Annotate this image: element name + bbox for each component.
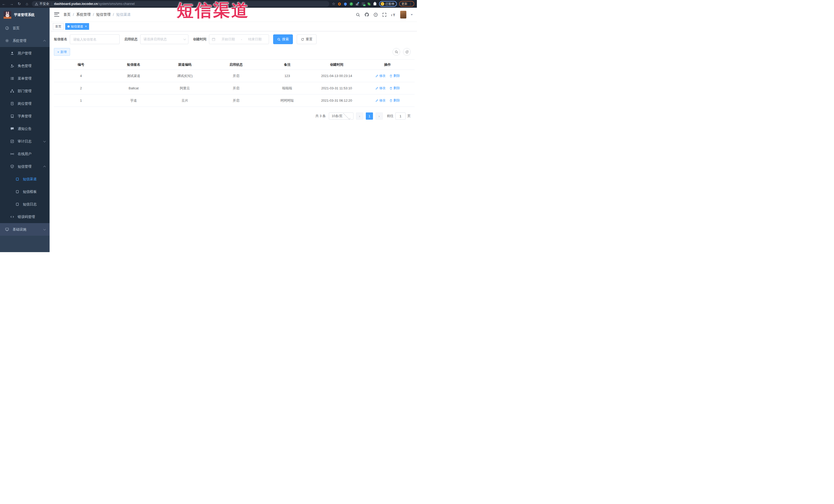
- profile-sync-paused-badge[interactable]: 已暂停: [379, 1, 397, 7]
- sidebar-item-system-mgmt[interactable]: 系统管理: [0, 35, 49, 47]
- sidebar-item-sms-log[interactable]: 短信日志: [0, 198, 49, 211]
- status-filter-select[interactable]: 请选择启用状态: [140, 35, 189, 44]
- delete-link[interactable]: 删除: [389, 98, 400, 103]
- search-button[interactable]: 搜索: [273, 35, 293, 44]
- search-icon[interactable]: [356, 13, 360, 17]
- sidebar-item-infrastructure[interactable]: 基础设施: [0, 223, 49, 236]
- reset-button[interactable]: 重置: [297, 35, 316, 44]
- tab-home[interactable]: 首页: [53, 23, 64, 30]
- page-size-select[interactable]: 10条/页: [329, 112, 353, 119]
- sidebar-toggle-icon[interactable]: [54, 13, 59, 17]
- extension-plant-icon[interactable]: [367, 2, 371, 6]
- chevron-down-icon: [343, 112, 351, 119]
- profile-emoji-icon: [381, 2, 384, 6]
- square-icon: [16, 202, 19, 206]
- user-avatar[interactable]: [400, 11, 407, 19]
- sidebar-scrollbar[interactable]: [49, 8, 50, 252]
- sidebar-item-audit-log[interactable]: 审计日志: [0, 135, 49, 148]
- edit-link[interactable]: 修改: [375, 74, 386, 78]
- avatar-caret-down-icon[interactable]: [411, 14, 413, 16]
- sidebar-item-online-users[interactable]: 在线用户: [0, 148, 49, 160]
- sidebar-item-dept-mgmt[interactable]: 部门管理: [0, 85, 49, 97]
- sidebar-item-menu-mgmt[interactable]: 菜单管理: [0, 72, 49, 85]
- url-path: /system/sms/sms-channel: [98, 2, 135, 6]
- extension-puzzle-icon[interactable]: [373, 2, 377, 6]
- sidebar-item-home[interactable]: 首页: [0, 22, 49, 35]
- breadcrumb-home[interactable]: 首页: [63, 12, 71, 17]
- user-icon: [10, 51, 14, 55]
- cell-id: 4: [54, 74, 108, 78]
- browser-menu-dots-icon[interactable]: ⋮: [409, 2, 412, 6]
- cell-remark: 123: [262, 74, 313, 78]
- bookmark-star-icon[interactable]: ☆: [332, 2, 335, 6]
- close-tab-icon[interactable]: ×: [85, 25, 87, 28]
- extension-ring-icon[interactable]: [338, 2, 342, 6]
- breadcrumb: 首页 / 系统管理 / 短信管理 / 短信渠道: [63, 12, 131, 17]
- delete-link[interactable]: 删除: [389, 86, 400, 90]
- url-separator: [51, 2, 52, 6]
- help-icon[interactable]: ?: [373, 13, 378, 17]
- extension-on-badge-icon[interactable]: on: [361, 2, 365, 6]
- cell-status: 开启: [211, 86, 262, 91]
- tab-sms-channel[interactable]: 短信渠道 ×: [65, 23, 89, 30]
- sidebar-item-error-code[interactable]: 错误码管理: [0, 211, 49, 223]
- page-content: 短信签名 启用状态 请选择启用状态 创建时间 开始日期 - 结束日期: [50, 31, 417, 119]
- audit-log-icon: [10, 139, 14, 143]
- col-remark: 备注: [262, 62, 313, 67]
- svg-text:T: T: [393, 13, 395, 17]
- refresh-table-button[interactable]: [403, 48, 411, 56]
- delete-link[interactable]: 删除: [389, 74, 400, 78]
- header-actions: ? TT: [356, 11, 413, 19]
- cell-code: 调试(钉钉): [159, 74, 211, 78]
- browser-update-button[interactable]: 更新 ⋮: [399, 1, 414, 7]
- cell-id: 1: [54, 98, 108, 103]
- app-header: 首页 / 系统管理 / 短信管理 / 短信渠道 ?: [50, 8, 417, 22]
- security-label[interactable]: 不安全: [40, 2, 49, 6]
- col-actions: 操作: [360, 62, 415, 67]
- github-icon[interactable]: [365, 12, 369, 17]
- cell-id: 2: [54, 86, 108, 90]
- breadcrumb-system[interactable]: 系统管理: [76, 12, 91, 17]
- sidebar-item-role-mgmt[interactable]: 角色管理: [0, 60, 49, 72]
- extension-pin-icon[interactable]: [344, 2, 347, 6]
- sidebar: 芋道管理系统 首页 系统管理 用户管理: [0, 8, 50, 252]
- sidebar-item-user-mgmt[interactable]: 用户管理: [0, 47, 49, 60]
- goto-page-input[interactable]: [395, 112, 405, 119]
- prev-page-button[interactable]: ‹: [356, 112, 363, 119]
- book-icon: [10, 114, 14, 118]
- forward-icon[interactable]: →: [8, 0, 16, 8]
- toggle-search-button[interactable]: [393, 48, 400, 56]
- paused-label: 已暂停: [386, 2, 395, 6]
- sidebar-item-post-mgmt[interactable]: 岗位管理: [0, 97, 49, 110]
- reload-icon[interactable]: ↻: [16, 0, 23, 8]
- sidebar-item-notice[interactable]: 通知公告: [0, 123, 49, 135]
- edit-link[interactable]: 修改: [375, 86, 386, 90]
- font-size-icon[interactable]: TT: [391, 13, 396, 17]
- start-date-placeholder[interactable]: 开始日期: [217, 37, 240, 42]
- url-domain: dashboard.yudao.iocoder.cn: [54, 2, 98, 6]
- sidebar-item-sms-template[interactable]: 短信模板: [0, 185, 49, 198]
- edit-link[interactable]: 修改: [375, 98, 386, 103]
- fullscreen-icon[interactable]: [382, 13, 387, 17]
- sign-filter-input[interactable]: [70, 35, 119, 44]
- cell-status: 开启: [211, 74, 262, 78]
- sidebar-item-sms-channel[interactable]: 短信渠道: [0, 173, 49, 185]
- back-icon[interactable]: ←: [0, 0, 8, 8]
- page-number-active[interactable]: 1: [366, 112, 373, 119]
- sidebar-item-dict-mgmt[interactable]: 字典管理: [0, 110, 49, 123]
- extension-check-icon[interactable]: ✓: [350, 2, 353, 6]
- app-title: 芋道管理系统: [14, 13, 35, 17]
- app-logo-rabbit-icon: [4, 11, 11, 19]
- breadcrumb-sms[interactable]: 短信管理: [96, 12, 111, 17]
- next-page-button[interactable]: ›: [376, 112, 383, 119]
- sidebar-item-sms-mgmt[interactable]: 短信管理: [0, 160, 49, 173]
- home-icon[interactable]: ⌂: [23, 0, 31, 8]
- app-logo-row[interactable]: 芋道管理系统: [0, 8, 50, 22]
- add-button[interactable]: + 新增: [54, 48, 70, 56]
- address-bar[interactable]: 不安全 dashboard.yudao.iocoder.cn /system/s…: [32, 1, 329, 7]
- date-range-picker[interactable]: 开始日期 - 结束日期: [209, 35, 269, 44]
- extension-stats-icon[interactable]: [355, 2, 359, 6]
- cell-remark: 呵呵呵哒: [262, 98, 313, 103]
- end-date-placeholder[interactable]: 结束日期: [244, 37, 266, 42]
- org-tree-icon: [10, 89, 14, 93]
